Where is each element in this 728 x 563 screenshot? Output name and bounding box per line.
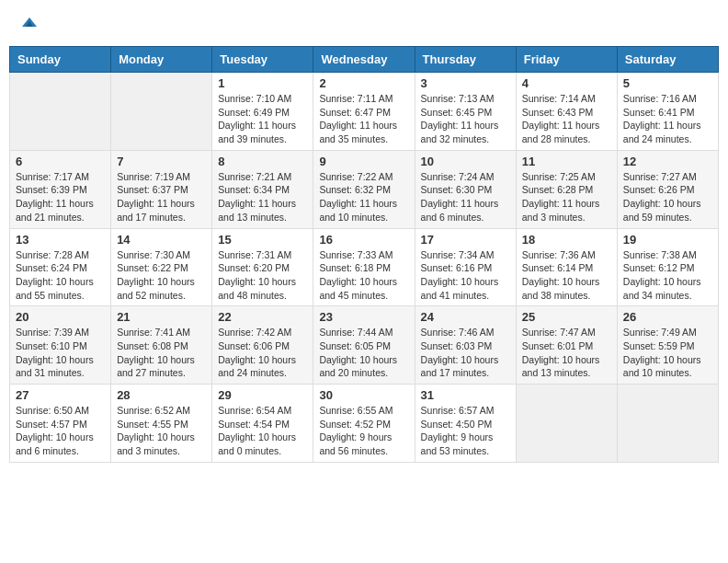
day-number: 18 bbox=[522, 233, 611, 247]
day-number: 20 bbox=[16, 310, 105, 324]
day-cell: 2Sunrise: 7:11 AM Sunset: 6:47 PM Daylig… bbox=[313, 73, 415, 151]
day-number: 2 bbox=[319, 76, 408, 90]
day-cell: 14Sunrise: 7:30 AM Sunset: 6:22 PM Dayli… bbox=[111, 228, 212, 306]
day-info: Sunrise: 7:44 AM Sunset: 6:05 PM Dayligh… bbox=[319, 326, 408, 380]
day-header-saturday: Saturday bbox=[617, 47, 718, 73]
day-number: 22 bbox=[218, 310, 307, 324]
day-info: Sunrise: 7:36 AM Sunset: 6:14 PM Dayligh… bbox=[522, 248, 611, 303]
day-cell: 11Sunrise: 7:25 AM Sunset: 6:28 PM Dayli… bbox=[516, 150, 617, 228]
day-cell: 8Sunrise: 7:21 AM Sunset: 6:34 PM Daylig… bbox=[212, 150, 313, 228]
day-info: Sunrise: 7:34 AM Sunset: 6:16 PM Dayligh… bbox=[421, 248, 510, 303]
week-row-4: 20Sunrise: 7:39 AM Sunset: 6:10 PM Dayli… bbox=[10, 306, 719, 385]
day-info: Sunrise: 7:25 AM Sunset: 6:28 PM Dayligh… bbox=[522, 170, 611, 224]
day-number: 30 bbox=[319, 388, 408, 402]
header bbox=[9, 9, 719, 37]
day-cell: 4Sunrise: 7:14 AM Sunset: 6:43 PM Daylig… bbox=[516, 73, 617, 151]
day-cell: 7Sunrise: 7:19 AM Sunset: 6:37 PM Daylig… bbox=[111, 150, 212, 228]
day-info: Sunrise: 7:22 AM Sunset: 6:32 PM Dayligh… bbox=[319, 170, 408, 224]
week-row-2: 6Sunrise: 7:17 AM Sunset: 6:39 PM Daylig… bbox=[10, 150, 719, 228]
day-number: 29 bbox=[218, 388, 307, 402]
day-number: 13 bbox=[16, 233, 105, 247]
day-header-friday: Friday bbox=[516, 47, 617, 73]
day-cell: 9Sunrise: 7:22 AM Sunset: 6:32 PM Daylig… bbox=[313, 150, 415, 228]
day-info: Sunrise: 6:55 AM Sunset: 4:52 PM Dayligh… bbox=[319, 404, 408, 458]
day-number: 6 bbox=[16, 155, 105, 168]
day-cell bbox=[617, 385, 718, 463]
day-number: 16 bbox=[319, 233, 408, 247]
day-header-wednesday: Wednesday bbox=[313, 47, 415, 73]
day-info: Sunrise: 7:30 AM Sunset: 6:22 PM Dayligh… bbox=[117, 248, 206, 303]
day-cell: 26Sunrise: 7:49 AM Sunset: 5:59 PM Dayli… bbox=[617, 306, 718, 385]
day-cell bbox=[10, 73, 111, 151]
day-cell bbox=[111, 73, 212, 151]
day-info: Sunrise: 7:31 AM Sunset: 6:20 PM Dayligh… bbox=[218, 248, 307, 303]
day-cell: 28Sunrise: 6:52 AM Sunset: 4:55 PM Dayli… bbox=[111, 385, 212, 463]
day-number: 23 bbox=[319, 310, 408, 324]
day-cell: 13Sunrise: 7:28 AM Sunset: 6:24 PM Dayli… bbox=[10, 228, 111, 306]
day-cell: 22Sunrise: 7:42 AM Sunset: 6:06 PM Dayli… bbox=[212, 306, 313, 385]
day-info: Sunrise: 7:21 AM Sunset: 6:34 PM Dayligh… bbox=[218, 170, 307, 224]
week-row-5: 27Sunrise: 6:50 AM Sunset: 4:57 PM Dayli… bbox=[10, 385, 719, 463]
day-number: 19 bbox=[623, 233, 712, 247]
day-info: Sunrise: 7:33 AM Sunset: 6:18 PM Dayligh… bbox=[319, 248, 408, 303]
day-cell: 31Sunrise: 6:57 AM Sunset: 4:50 PM Dayli… bbox=[415, 385, 516, 463]
day-info: Sunrise: 7:39 AM Sunset: 6:10 PM Dayligh… bbox=[16, 326, 105, 380]
day-number: 5 bbox=[623, 76, 712, 90]
day-info: Sunrise: 7:42 AM Sunset: 6:06 PM Dayligh… bbox=[218, 326, 307, 380]
day-info: Sunrise: 7:13 AM Sunset: 6:45 PM Dayligh… bbox=[421, 92, 510, 146]
day-number: 3 bbox=[421, 76, 510, 90]
day-cell: 27Sunrise: 6:50 AM Sunset: 4:57 PM Dayli… bbox=[10, 385, 111, 463]
day-number: 14 bbox=[117, 233, 206, 247]
day-info: Sunrise: 7:24 AM Sunset: 6:30 PM Dayligh… bbox=[421, 170, 510, 224]
header-row: SundayMondayTuesdayWednesdayThursdayFrid… bbox=[10, 47, 719, 73]
week-row-3: 13Sunrise: 7:28 AM Sunset: 6:24 PM Dayli… bbox=[10, 228, 719, 306]
day-number: 7 bbox=[117, 155, 206, 168]
day-info: Sunrise: 7:19 AM Sunset: 6:37 PM Dayligh… bbox=[117, 170, 206, 224]
day-header-monday: Monday bbox=[111, 47, 212, 73]
day-cell: 17Sunrise: 7:34 AM Sunset: 6:16 PM Dayli… bbox=[415, 228, 516, 306]
day-info: Sunrise: 7:14 AM Sunset: 6:43 PM Dayligh… bbox=[522, 92, 611, 146]
day-cell: 15Sunrise: 7:31 AM Sunset: 6:20 PM Dayli… bbox=[212, 228, 313, 306]
day-number: 27 bbox=[16, 388, 105, 402]
day-cell: 3Sunrise: 7:13 AM Sunset: 6:45 PM Daylig… bbox=[415, 73, 516, 151]
day-info: Sunrise: 7:11 AM Sunset: 6:47 PM Dayligh… bbox=[319, 92, 408, 146]
day-number: 25 bbox=[522, 310, 611, 324]
day-cell: 1Sunrise: 7:10 AM Sunset: 6:49 PM Daylig… bbox=[212, 73, 313, 151]
day-cell: 16Sunrise: 7:33 AM Sunset: 6:18 PM Dayli… bbox=[313, 228, 415, 306]
day-header-thursday: Thursday bbox=[415, 47, 516, 73]
day-info: Sunrise: 7:16 AM Sunset: 6:41 PM Dayligh… bbox=[623, 92, 712, 146]
day-number: 26 bbox=[623, 310, 712, 324]
day-info: Sunrise: 7:27 AM Sunset: 6:26 PM Dayligh… bbox=[623, 170, 712, 224]
day-cell: 29Sunrise: 6:54 AM Sunset: 4:54 PM Dayli… bbox=[212, 385, 313, 463]
day-number: 1 bbox=[218, 76, 307, 90]
day-cell: 5Sunrise: 7:16 AM Sunset: 6:41 PM Daylig… bbox=[617, 73, 718, 151]
day-cell: 20Sunrise: 7:39 AM Sunset: 6:10 PM Dayli… bbox=[10, 306, 111, 385]
day-number: 12 bbox=[623, 155, 712, 168]
day-info: Sunrise: 7:46 AM Sunset: 6:03 PM Dayligh… bbox=[421, 326, 510, 380]
day-number: 17 bbox=[421, 233, 510, 247]
day-number: 11 bbox=[522, 155, 611, 168]
day-info: Sunrise: 6:57 AM Sunset: 4:50 PM Dayligh… bbox=[421, 404, 510, 458]
calendar: SundayMondayTuesdayWednesdayThursdayFrid… bbox=[9, 46, 719, 463]
day-cell: 18Sunrise: 7:36 AM Sunset: 6:14 PM Dayli… bbox=[516, 228, 617, 306]
day-cell: 12Sunrise: 7:27 AM Sunset: 6:26 PM Dayli… bbox=[617, 150, 718, 228]
day-info: Sunrise: 6:50 AM Sunset: 4:57 PM Dayligh… bbox=[16, 404, 105, 458]
day-number: 21 bbox=[117, 310, 206, 324]
day-info: Sunrise: 7:10 AM Sunset: 6:49 PM Dayligh… bbox=[218, 92, 307, 146]
day-cell: 6Sunrise: 7:17 AM Sunset: 6:39 PM Daylig… bbox=[10, 150, 111, 228]
day-number: 28 bbox=[117, 388, 206, 402]
day-info: Sunrise: 6:52 AM Sunset: 4:55 PM Dayligh… bbox=[117, 404, 206, 458]
day-info: Sunrise: 7:28 AM Sunset: 6:24 PM Dayligh… bbox=[16, 248, 105, 303]
day-number: 31 bbox=[421, 388, 510, 402]
day-number: 4 bbox=[522, 76, 611, 90]
day-number: 24 bbox=[421, 310, 510, 324]
day-number: 10 bbox=[421, 155, 510, 168]
logo bbox=[18, 14, 39, 32]
day-cell: 10Sunrise: 7:24 AM Sunset: 6:30 PM Dayli… bbox=[415, 150, 516, 228]
day-info: Sunrise: 7:49 AM Sunset: 5:59 PM Dayligh… bbox=[623, 326, 712, 380]
logo-icon bbox=[20, 14, 39, 32]
day-info: Sunrise: 7:17 AM Sunset: 6:39 PM Dayligh… bbox=[16, 170, 105, 224]
day-header-tuesday: Tuesday bbox=[212, 47, 313, 73]
day-cell: 30Sunrise: 6:55 AM Sunset: 4:52 PM Dayli… bbox=[313, 385, 415, 463]
day-cell: 25Sunrise: 7:47 AM Sunset: 6:01 PM Dayli… bbox=[516, 306, 617, 385]
